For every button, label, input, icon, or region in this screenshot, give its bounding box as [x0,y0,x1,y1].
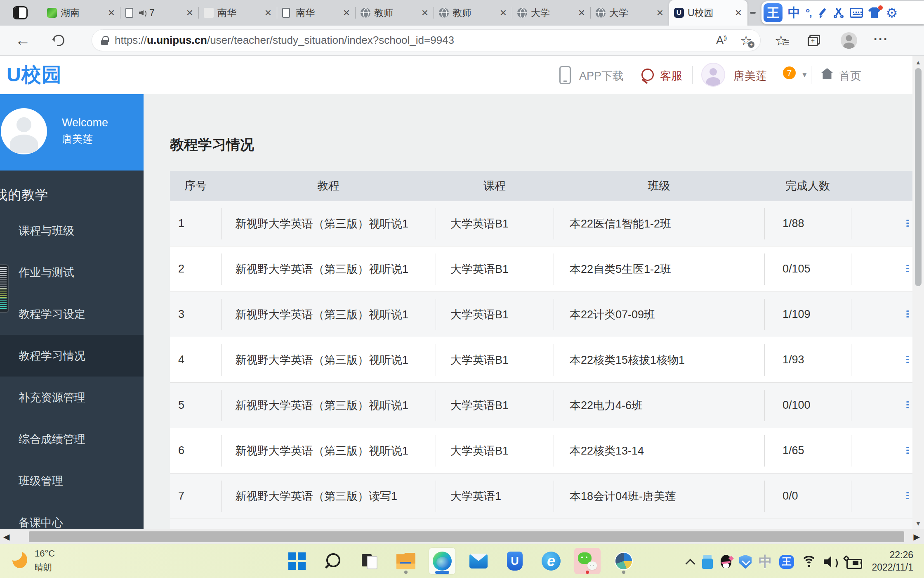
row-menu-icon[interactable] [906,401,909,403]
security-shield-icon[interactable] [739,555,752,569]
scroll-right-icon[interactable] [914,532,920,542]
sidebar-item-course-study-settings[interactable]: 教程学习设定 [0,293,144,335]
browser-tab[interactable]: 大学 [512,0,591,26]
row-menu-icon[interactable] [906,356,909,357]
close-icon[interactable] [733,8,743,18]
file-explorer-button[interactable] [393,548,419,574]
address-bar[interactable]: https://u.unipus.cn/user/teacher/study_s… [92,29,761,51]
browser-tab[interactable]: 教师 [434,0,512,26]
search-button[interactable] [320,548,346,574]
cell-completed: 0/100 [764,383,851,428]
mail-button[interactable] [465,548,492,574]
scissors-icon[interactable] [833,7,844,18]
cell-course: 新视野大学英语（第三版）读写1 [221,474,436,519]
browser-tab[interactable]: 南华 [199,0,277,26]
wechat-button[interactable] [574,548,601,574]
browser-profile-avatar[interactable] [841,32,857,49]
skin-icon[interactable] [868,7,881,18]
site-logo[interactable]: U校园 [7,62,62,88]
pencil-icon[interactable] [817,7,827,18]
row-menu-icon[interactable] [906,265,909,266]
back-icon[interactable]: ← [15,31,31,50]
sogou-logo-icon[interactable]: 王 [764,3,783,22]
browser-tab[interactable]: 大学 [591,0,669,26]
vertical-scrollbar-thumb[interactable] [915,68,922,286]
lock-icon[interactable] [101,36,108,45]
browser-tab-active[interactable]: U U校园 [669,0,747,26]
browser-tab[interactable]: 7 [120,0,199,26]
punctuation-icon[interactable]: °, [806,7,811,19]
row-menu-icon[interactable] [906,220,909,221]
notification-badge[interactable]: 7 [783,66,796,79]
horizontal-scrollbar[interactable] [0,529,924,544]
close-icon[interactable] [342,8,351,18]
home-icon[interactable] [821,68,833,79]
keyboard-icon[interactable] [850,8,863,18]
close-icon[interactable] [577,8,587,18]
speaker-icon[interactable] [139,9,146,17]
ime-mode-icon[interactable]: 中 [759,552,772,571]
home-link[interactable]: 首页 [839,69,861,83]
refresh-icon[interactable] [51,33,66,48]
weather-temperature[interactable]: 16°C [35,548,55,559]
internet-explorer-button[interactable]: e [538,548,564,574]
battery-icon[interactable] [846,558,862,568]
scroll-down-icon[interactable] [912,520,924,527]
browser-tab[interactable]: 教师 [356,0,434,26]
app-download-link[interactable]: APP下载 [579,69,624,83]
sidebar-item-comprehensive-grades[interactable]: 综合成绩管理 [0,418,144,460]
sidebar-item-homework-tests[interactable]: 作业与测试 [0,251,144,293]
usb-device-icon[interactable] [702,555,713,569]
close-icon[interactable] [498,8,508,18]
browser-tab[interactable]: 湖南 [42,0,120,26]
photos-icon [615,552,633,570]
url-text[interactable]: https://u.unipus.cn/user/teacher/study_s… [115,34,716,47]
scroll-left-icon[interactable] [3,532,9,542]
sidebar-item-supplementary-resources[interactable]: 补充资源管理 [0,377,144,418]
browser-menu-icon[interactable] [874,32,889,46]
add-favorite-icon[interactable] [740,34,752,47]
floating-volume-widget[interactable] [0,264,9,313]
volume-icon[interactable] [824,556,839,568]
read-aloud-icon[interactable] [716,34,726,47]
photos-button[interactable] [610,548,637,574]
chinese-mode-icon[interactable]: 中 [788,5,800,21]
sidebar-item-course-study-situation[interactable]: 教程学习情况 [0,335,144,377]
sidebar-item-lesson-prep-center[interactable]: 备课中心 [0,502,144,529]
settings-gear-icon[interactable]: ⚙ [886,5,898,21]
vertical-scrollbar[interactable] [912,56,924,529]
collections-icon[interactable] [808,35,820,46]
tray-expand-icon[interactable] [685,557,695,567]
chevron-down-icon[interactable] [801,71,808,79]
row-menu-icon[interactable] [906,447,909,448]
row-menu-icon[interactable] [906,310,909,312]
close-icon[interactable] [655,8,665,18]
task-view-button[interactable] [356,548,383,574]
u-campus-app-button[interactable]: U [502,548,528,574]
qq-icon[interactable] [720,555,732,569]
sidebar-item-class-management[interactable]: 班级管理 [0,460,144,502]
edge-browser-button[interactable] [429,548,455,574]
browser-tab[interactable]: 南华 [277,0,356,26]
sogou-ime-icon[interactable]: 王 [779,555,794,569]
horizontal-scrollbar-thumb[interactable] [29,531,904,542]
start-button[interactable] [284,548,310,574]
wifi-icon[interactable] [801,556,817,568]
user-avatar[interactable] [701,63,725,87]
tab-list-button[interactable] [11,5,30,21]
close-icon[interactable] [420,8,430,18]
phone-icon [559,66,571,84]
support-link[interactable]: 客服 [660,69,682,83]
weather-moon-icon[interactable] [11,550,29,570]
close-icon[interactable] [263,8,273,18]
user-name[interactable]: 唐美莲 [733,69,767,83]
favorites-icon[interactable] [775,32,789,49]
close-icon[interactable] [185,8,195,18]
close-icon[interactable] [106,8,116,18]
notification-indicator [586,571,589,574]
scroll-up-icon[interactable] [912,59,924,66]
sidebar-item-courses-classes[interactable]: 课程与班级 [0,210,144,251]
taskbar-clock[interactable]: 22:26 2022/11/1 [872,549,913,573]
row-menu-icon[interactable] [906,492,909,493]
weather-condition[interactable]: 晴朗 [35,561,52,573]
